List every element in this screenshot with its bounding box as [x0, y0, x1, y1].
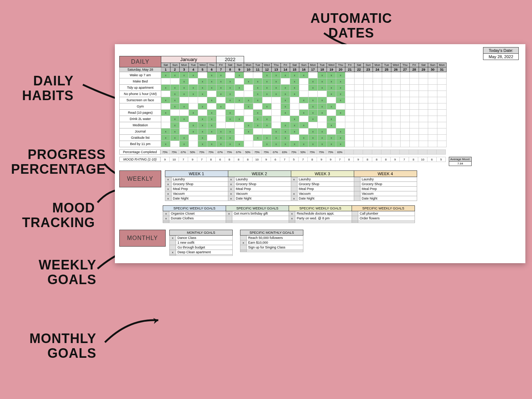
habit-cell[interactable]: x	[170, 91, 180, 97]
habit-cell[interactable]	[318, 116, 327, 122]
habit-cell[interactable]: x	[281, 97, 290, 103]
habit-cell[interactable]	[207, 135, 216, 141]
mood-cell[interactable]: 6	[271, 157, 280, 162]
habit-cell[interactable]	[318, 122, 327, 128]
habit-cell[interactable]	[428, 116, 437, 122]
mood-cell[interactable]: 8	[409, 157, 418, 162]
mood-cell[interactable]: 5	[289, 157, 299, 162]
habit-cell[interactable]	[226, 103, 235, 110]
habit-cell[interactable]	[189, 78, 198, 85]
habit-cell[interactable]	[419, 128, 428, 135]
habit-cell[interactable]	[382, 85, 391, 91]
habit-cell[interactable]	[189, 141, 198, 147]
habit-cell[interactable]: x	[253, 122, 263, 128]
sgoal-text[interactable]: Reach 50,000 followers	[247, 236, 303, 240]
habit-cell[interactable]: x	[272, 72, 281, 78]
habit-cell[interactable]	[207, 103, 216, 110]
habit-cell[interactable]	[373, 122, 382, 128]
habit-cell[interactable]: x	[281, 135, 290, 141]
habit-cell[interactable]: x	[299, 122, 309, 128]
habit-cell[interactable]	[373, 141, 382, 147]
habit-cell[interactable]	[309, 122, 318, 128]
habit-cell[interactable]	[401, 116, 410, 122]
habit-cell[interactable]	[419, 103, 428, 110]
task-checkbox[interactable]: x	[165, 177, 171, 182]
habit-cell[interactable]: x	[272, 135, 281, 141]
habit-cell[interactable]: x	[309, 103, 318, 110]
habit-cell[interactable]	[419, 116, 428, 122]
habit-cell[interactable]: x	[189, 128, 198, 135]
habit-cell[interactable]: x	[207, 72, 216, 78]
habit-cell[interactable]: x	[290, 78, 299, 85]
habit-cell[interactable]: x	[336, 110, 345, 116]
habit-cell[interactable]	[373, 97, 382, 103]
task-text[interactable]: Laundry	[171, 177, 228, 182]
habit-cell[interactable]	[216, 116, 226, 122]
habit-cell[interactable]: x	[180, 78, 189, 85]
sgoal-checkbox[interactable]	[240, 245, 247, 250]
task-checkbox[interactable]: x	[228, 196, 234, 201]
habit-cell[interactable]: x	[263, 91, 272, 97]
habit-cell[interactable]	[410, 103, 419, 110]
goal-checkbox[interactable]: x	[289, 211, 295, 216]
habit-cell[interactable]: x	[170, 128, 180, 135]
habit-cell[interactable]	[299, 103, 309, 110]
habit-cell[interactable]	[180, 110, 189, 116]
task-text[interactable]: Grocery Shop	[297, 182, 354, 187]
habit-cell[interactable]	[373, 72, 382, 78]
habit-cell[interactable]	[161, 103, 170, 110]
mgoal-checkbox[interactable]: x	[170, 250, 176, 255]
habit-cell[interactable]: x	[189, 85, 198, 91]
mood-cell[interactable]: 9	[317, 157, 326, 162]
habit-cell[interactable]: x	[299, 97, 309, 103]
habit-cell[interactable]	[401, 110, 410, 116]
habit-cell[interactable]	[299, 128, 309, 135]
habit-cell[interactable]: x	[189, 72, 198, 78]
sgoal-checkbox[interactable]	[240, 236, 247, 240]
habit-cell[interactable]	[180, 97, 189, 103]
habit-cell[interactable]	[419, 72, 428, 78]
mood-cell[interactable]: 7	[400, 157, 409, 162]
habit-cell[interactable]	[382, 91, 391, 97]
habit-cell[interactable]	[401, 91, 410, 97]
habit-cell[interactable]: x	[244, 78, 253, 85]
habit-cell[interactable]	[401, 135, 410, 141]
habit-cell[interactable]	[299, 85, 309, 91]
habit-cell[interactable]	[336, 122, 345, 128]
habit-cell[interactable]	[281, 116, 290, 122]
habit-cell[interactable]	[170, 78, 180, 85]
habit-cell[interactable]	[437, 122, 447, 128]
habit-cell[interactable]: x	[244, 103, 253, 110]
habit-cell[interactable]	[410, 85, 419, 91]
habit-cell[interactable]	[373, 85, 382, 91]
goal-checkbox[interactable]	[352, 211, 358, 216]
goal-text[interactable]: Order flowers	[358, 216, 415, 221]
habit-cell[interactable]: x	[180, 116, 189, 122]
mood-cell[interactable]: 7	[335, 157, 345, 162]
habit-cell[interactable]: x	[235, 72, 244, 78]
habit-cell[interactable]: x	[327, 85, 336, 91]
mood-cell[interactable]: 10	[418, 157, 427, 162]
habit-cell[interactable]	[419, 78, 428, 85]
habit-cell[interactable]: x	[263, 103, 272, 110]
habit-cell[interactable]: x	[318, 110, 327, 116]
habit-cell[interactable]	[437, 141, 447, 147]
habit-cell[interactable]	[428, 97, 437, 103]
task-checkbox[interactable]: x	[291, 177, 297, 182]
habit-cell[interactable]	[382, 110, 391, 116]
habit-cell[interactable]	[364, 135, 373, 141]
habit-cell[interactable]: x	[299, 135, 309, 141]
mood-cell[interactable]: 9	[262, 157, 271, 162]
habit-cell[interactable]: x	[309, 97, 318, 103]
habit-cell[interactable]: x	[226, 128, 235, 135]
goal-text[interactable]	[232, 216, 289, 221]
habit-cell[interactable]	[410, 110, 419, 116]
habit-cell[interactable]: x	[263, 141, 272, 147]
habit-cell[interactable]	[373, 78, 382, 85]
habit-cell[interactable]: x	[327, 135, 336, 141]
habit-cell[interactable]: x	[327, 91, 336, 97]
habit-cell[interactable]: x	[226, 91, 235, 97]
habit-cell[interactable]	[216, 122, 226, 128]
habit-cell[interactable]	[235, 91, 244, 97]
year-cell[interactable]: 2022	[216, 56, 244, 63]
